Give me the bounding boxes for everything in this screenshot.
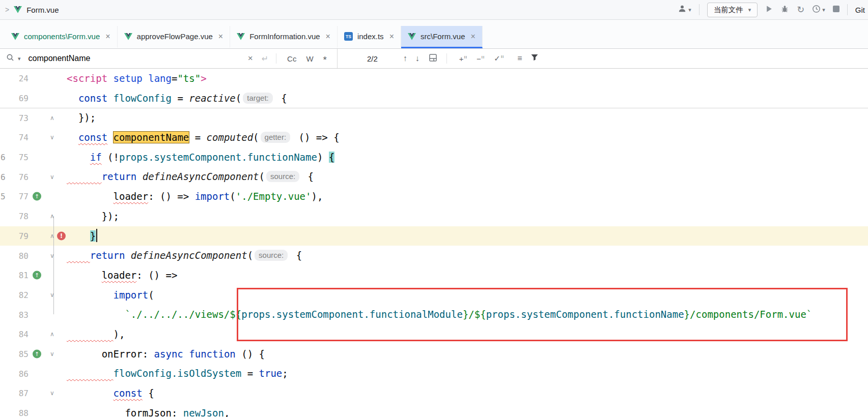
line-number[interactable]: 86 [19,369,29,378]
line-number[interactable]: 80 [19,251,29,260]
code-text: return defineAsyncComponent(source: { [67,246,302,265]
open-in-tool-window-button[interactable] [429,53,437,64]
tab-components-form-vue[interactable]: components\Form.vue× [5,26,118,48]
code-line-74[interactable]: 74∨ const componentName = computed(gette… [0,128,868,147]
line-number[interactable]: 87 [19,389,29,398]
code-line-85[interactable]: 85↑∨ onError: async function () { [0,344,868,364]
line-number[interactable]: 77 [19,192,29,201]
gutter: 87∨ [0,383,67,403]
code-line-69[interactable]: 69 const flowConfig = reactive(target: { [0,88,868,108]
code-line-84[interactable]: 84∧ ), [0,324,868,344]
stop-button[interactable] [833,5,839,14]
fold-close-icon[interactable]: ∧ [50,213,54,220]
line-number[interactable]: 73 [19,113,29,123]
navigate-up-icon[interactable]: ↑ [33,192,41,201]
line-number[interactable]: 84 [19,330,29,339]
line-number[interactable]: 76 [19,172,29,182]
close-icon[interactable]: × [470,32,475,41]
code-line-73[interactable]: 73∧ }); [0,108,868,128]
match-case-toggle[interactable]: Cc [284,54,299,63]
code-line-88[interactable]: 88 formJson: newJson, [0,403,868,417]
navigate-up-icon[interactable]: ↑ [33,349,41,358]
fold-close-icon[interactable]: ∧ [50,232,54,240]
code-line-81[interactable]: 81↑ loader: () => [0,265,868,285]
fold-open-icon[interactable]: ∨ [50,173,54,181]
close-icon[interactable]: × [389,32,394,41]
filter-icon[interactable] [530,53,539,64]
fold-open-icon[interactable]: ∨ [50,350,54,358]
fold-region-line [53,216,54,314]
code-line-87[interactable]: 87∨ const { [0,383,868,403]
error-icon[interactable]: ! [57,231,66,240]
line-number[interactable]: 85 [19,349,29,359]
line-number[interactable]: 75 [19,153,29,162]
line-number[interactable]: 74 [19,133,29,142]
clipped-digit: 6 [1,172,6,182]
nav-chevron-icon[interactable]: > [5,6,9,14]
line-number[interactable]: 79 [19,231,29,241]
tab-label: components\Form.vue [24,32,100,41]
profile-button[interactable]: ↻ [797,5,804,14]
run-history-button[interactable]: ▾ [812,5,825,15]
code-line-86[interactable]: 86 flowConfig.isOldSystem = true; [0,364,868,383]
search-icon[interactable] [6,53,14,64]
tab-forminformation-vue[interactable]: FormInformation.vue× [230,26,338,48]
line-number[interactable]: 69 [19,94,29,103]
close-icon[interactable]: × [105,32,110,41]
navigate-up-icon[interactable]: ↑ [33,271,41,280]
search-input[interactable]: componentName [29,54,91,63]
whole-words-toggle[interactable]: W [303,54,316,63]
gutter: 79!∧ [0,226,67,246]
occurrences-list-icon[interactable]: ≡ [517,54,522,63]
tab-index-ts[interactable]: TSindex.ts× [338,26,401,48]
line-number[interactable]: 81 [19,271,29,280]
tab-src-form-vue[interactable]: src\Form.vue× [401,26,483,48]
code-line-79[interactable]: 79!∧ } [0,226,868,246]
chevron-down-icon[interactable]: ▾ [18,55,21,62]
previous-occurrence-button[interactable]: ↑ [403,54,407,63]
code-line-75[interactable]: 675 if (!props.systemComponent.functionN… [0,147,868,167]
code-text: flowConfig.isOldSystem = true; [67,364,288,383]
run-button[interactable] [765,5,773,15]
add-selection-button[interactable]: +II [459,54,467,63]
vue-icon [14,6,22,13]
code-line-82[interactable]: 82∨ import( [0,285,868,305]
fold-open-icon[interactable]: ∨ [50,390,54,397]
search-field[interactable]: ▾ componentName × ↵ Cc W * [0,49,338,68]
fold-close-icon[interactable]: ∧ [50,114,54,122]
debug-button[interactable] [780,5,789,15]
fold-open-icon[interactable]: ∨ [50,134,54,141]
clear-search-icon[interactable]: × [248,53,253,64]
bar-divider [446,53,447,64]
select-all-occurrences-button[interactable]: ✓II [494,54,504,63]
line-number[interactable]: 24 [19,74,29,83]
fold-open-icon[interactable]: ∨ [50,291,54,299]
line-number[interactable]: 78 [19,212,29,221]
user-menu-button[interactable]: ▾ [678,4,691,15]
fold-open-icon[interactable]: ∨ [50,252,54,259]
line-number[interactable]: 83 [19,310,29,319]
code-line-77[interactable]: 577↑ loader: () => import('./Empty.vue')… [0,187,868,206]
close-icon[interactable]: × [218,32,223,41]
gutter: 78∧ [0,206,67,226]
regex-toggle[interactable]: * [320,54,330,63]
next-occurrence-button[interactable]: ↓ [415,54,419,63]
code-text: formJson: newJson, [67,403,230,417]
close-icon[interactable]: × [326,32,330,41]
code-editor[interactable]: 24<script setup lang="ts">69 const flowC… [0,69,868,417]
tab-approveflowpage-vue[interactable]: approveFlowPage.vue× [118,26,231,48]
code-line-24[interactable]: 24<script setup lang="ts"> [0,69,868,88]
chevron-down-icon: ▾ [748,7,751,13]
code-line-76[interactable]: 676∨ return defineAsyncComponent(source:… [0,167,868,187]
fold-close-icon[interactable]: ∧ [50,331,54,338]
line-number[interactable]: 88 [19,408,29,417]
newline-icon[interactable]: ↵ [262,54,268,64]
git-menu[interactable]: Git [855,6,865,14]
code-line-78[interactable]: 78∧ }); [0,206,868,226]
remove-selection-button[interactable]: −II [477,54,485,63]
line-number[interactable]: 82 [19,290,29,300]
run-configuration-selector[interactable]: 当前文件 ▾ [707,3,758,17]
code-line-83[interactable]: 83 `./../../../views/${props.systemCompo… [0,305,868,324]
selection-marks: II [464,55,467,59]
code-line-80[interactable]: 80∨ return defineAsyncComponent(source: … [0,246,868,265]
